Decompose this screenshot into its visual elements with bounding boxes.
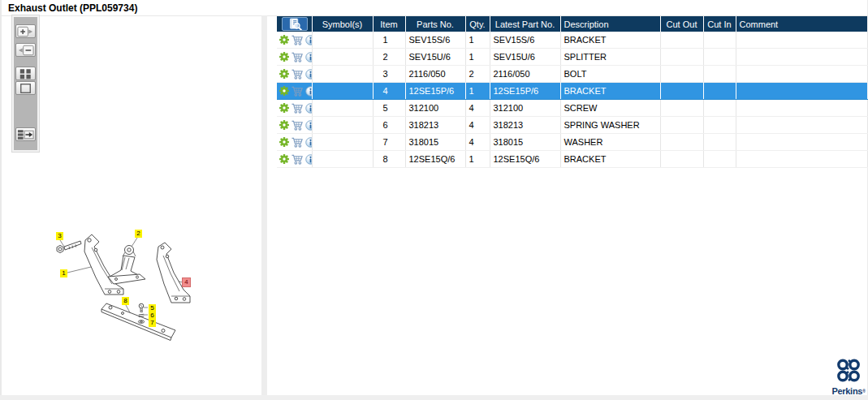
cart-icon[interactable]	[291, 120, 304, 131]
cell-parts-no: 318015	[405, 134, 465, 151]
left-edge-divider	[0, 0, 2, 400]
cell-qty: 2	[465, 66, 490, 83]
cart-icon[interactable]	[291, 154, 304, 165]
cart-icon[interactable]	[291, 137, 304, 148]
row-actions	[277, 49, 312, 66]
cell-cut-out	[660, 100, 703, 117]
gear-icon[interactable]	[279, 154, 289, 164]
cell-symbols	[312, 49, 373, 66]
cell-item: 2	[373, 49, 405, 66]
cart-icon[interactable]	[291, 103, 304, 114]
cell-description: BRACKET	[560, 83, 660, 100]
row-actions	[277, 66, 312, 83]
cell-parts-no: 312100	[405, 100, 465, 117]
header-symbols: Symbol(s)	[312, 16, 373, 32]
gear-icon[interactable]	[279, 69, 289, 79]
info-icon[interactable]	[305, 35, 312, 45]
cell-symbols	[312, 100, 373, 117]
fit-view-button[interactable]	[15, 67, 36, 80]
zoom-in-button[interactable]	[15, 24, 36, 38]
cell-comment	[736, 49, 868, 66]
cart-icon[interactable]	[291, 69, 304, 80]
cell-comment	[736, 32, 868, 49]
cell-comment	[736, 134, 868, 151]
zoom-region-button[interactable]	[15, 81, 36, 95]
row-actions	[277, 32, 312, 49]
cart-icon[interactable]	[291, 52, 304, 62]
table-row[interactable]: 5 312100 4 312100 SCREW	[277, 100, 868, 117]
cell-cut-out	[660, 49, 703, 66]
gear-icon[interactable]	[279, 35, 289, 45]
table-row[interactable]: 3 2116/050 2 2116/050 BOLT	[277, 66, 868, 83]
cart-icon[interactable]	[291, 86, 304, 97]
cell-description: BRACKET	[560, 32, 660, 49]
info-icon[interactable]	[305, 103, 312, 114]
cell-cut-in	[703, 117, 736, 134]
row-actions	[277, 117, 312, 134]
cell-description: WASHER	[560, 134, 660, 151]
table-row[interactable]: 1 SEV15S/6 1 SEV15S/6 BRACKET	[277, 32, 868, 49]
table-row[interactable]: 2 SEV15U/6 1 SEV15U/6 SPLITTER	[277, 49, 868, 66]
callout-label-7[interactable]: 7	[149, 319, 156, 327]
perkins-wordmark: Perkins®	[830, 387, 867, 396]
cell-cut-in	[703, 83, 736, 100]
cell-comment	[736, 117, 868, 134]
callout-label-3[interactable]: 3	[56, 232, 63, 240]
info-icon[interactable]	[305, 154, 312, 165]
row-actions	[277, 151, 312, 168]
cell-latest-part-no: 318213	[490, 117, 560, 134]
toggle-table-panel-button[interactable]	[15, 127, 36, 141]
cell-qty: 1	[465, 49, 490, 66]
row-actions	[277, 134, 312, 151]
gear-icon[interactable]	[279, 103, 289, 113]
bottom-divider	[0, 395, 868, 400]
zoom-out-icon	[16, 44, 35, 57]
cell-item: 1	[373, 32, 405, 49]
cell-qty: 1	[465, 32, 490, 49]
cell-symbols	[312, 151, 373, 168]
callout-label-8[interactable]: 8	[122, 297, 129, 305]
cell-latest-part-no: SEV15U/6	[490, 49, 560, 66]
panel-splitter[interactable]	[261, 15, 267, 400]
callout-label-1[interactable]: 1	[60, 269, 67, 277]
cell-latest-part-no: 318015	[490, 134, 560, 151]
cell-parts-no: SEV15S/6	[405, 32, 465, 49]
header-description: Description	[560, 16, 660, 32]
cell-latest-part-no: 312100	[490, 100, 560, 117]
info-icon[interactable]	[305, 86, 312, 97]
info-icon[interactable]	[305, 52, 312, 62]
cell-symbols	[312, 32, 373, 49]
perkins-brand: Perkins®	[830, 358, 867, 395]
table-row[interactable]: 8 12SE15Q/6 1 12SE15Q/6 BRACKET	[277, 151, 868, 168]
gear-icon[interactable]	[279, 52, 289, 62]
header-comment: Comment	[736, 16, 868, 32]
table-row[interactable]: 6 318213 4 318213 SPRING WASHER	[277, 117, 868, 134]
cell-description: BOLT	[560, 66, 660, 83]
cell-cut-out	[660, 66, 703, 83]
cell-cut-out	[660, 117, 703, 134]
info-icon[interactable]	[305, 69, 312, 80]
zoom-out-button[interactable]	[15, 43, 36, 57]
exploded-diagram[interactable]: 3 2 1 4 8 5 6 7	[45, 223, 207, 349]
gear-icon[interactable]	[279, 86, 289, 96]
cell-cut-out	[660, 151, 703, 168]
table-row[interactable]: 7 318015 4 318015 WASHER	[277, 134, 868, 151]
perkins-logo-icon	[835, 358, 862, 384]
callout-label-2[interactable]: 2	[135, 230, 142, 238]
gear-icon[interactable]	[279, 120, 289, 130]
info-icon[interactable]	[305, 137, 312, 148]
diagram-toolbar	[12, 15, 39, 152]
info-icon[interactable]	[305, 120, 312, 131]
cell-parts-no: 318213	[405, 117, 465, 134]
gear-icon[interactable]	[279, 137, 289, 147]
header-parts-no: Parts No.	[405, 16, 465, 32]
cell-parts-no: 12SE15P/6	[405, 83, 465, 100]
view-document-button[interactable]	[282, 17, 308, 31]
cell-cut-out	[660, 83, 703, 100]
table-row-selected[interactable]: 4 12SE15P/6 1 12SE15P/6 BRACKET	[277, 83, 868, 100]
callout-label-4-selected[interactable]: 4	[182, 277, 191, 287]
cell-parts-no: SEV15U/6	[405, 49, 465, 66]
cart-icon[interactable]	[291, 35, 304, 45]
header-cut-in: Cut In	[703, 16, 736, 32]
cell-latest-part-no: 2116/050	[490, 66, 560, 83]
